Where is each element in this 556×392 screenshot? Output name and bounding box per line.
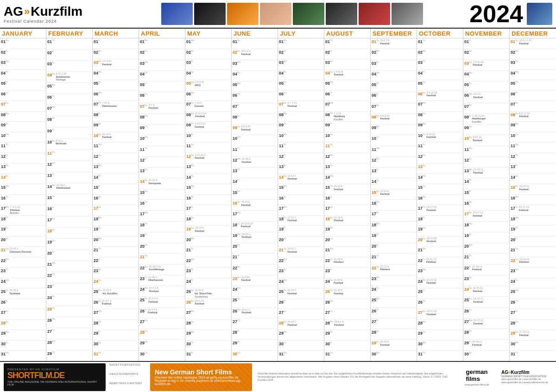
day-row: 09Sa bbox=[463, 124, 509, 135]
day-number: 05Mo bbox=[325, 81, 333, 86]
day-row: 23Fr bbox=[46, 283, 92, 294]
event-info: 5-8.12.24Festival bbox=[518, 112, 555, 118]
day-number: 17Th bbox=[418, 205, 425, 211]
day-number: 08Mo bbox=[1, 112, 9, 118]
day-number: 04Fr bbox=[418, 70, 425, 76]
day-number: 04Th bbox=[140, 71, 147, 77]
day-row: 03Th bbox=[417, 59, 463, 70]
event-info: 22-25.8.Festival bbox=[333, 289, 369, 295]
day-row: 22We bbox=[185, 257, 231, 268]
day-number: 26Su bbox=[186, 299, 194, 305]
day-row: 28Fr bbox=[232, 329, 278, 340]
day-number: 14We bbox=[325, 174, 333, 180]
day-row: 09Mo bbox=[371, 124, 417, 135]
day-number: 29Fr bbox=[464, 340, 471, 346]
day-row: 18Su bbox=[46, 228, 92, 239]
day-number: 16Tu bbox=[140, 200, 147, 206]
day-number: 07Th bbox=[94, 101, 101, 107]
day-row: 26Fr bbox=[278, 299, 324, 310]
day-number: 07Su bbox=[279, 101, 286, 107]
day-row: 14Sa bbox=[371, 178, 417, 189]
day-number: 31We bbox=[279, 351, 287, 357]
day-row: 08Mo bbox=[278, 112, 324, 122]
day-row: 06Tu bbox=[324, 91, 370, 101]
day-row: 15Fr bbox=[93, 184, 139, 195]
event-info: 20-22.9.Filmfest bbox=[379, 265, 416, 271]
day-row: 23Th bbox=[185, 268, 231, 278]
day-number: 04Th bbox=[279, 70, 286, 76]
day-row: 25We bbox=[371, 297, 417, 307]
day-number: 01Fr bbox=[464, 39, 471, 44]
event-info: 14-20.4.Festspiele bbox=[147, 179, 184, 185]
day-row: 03Su1-5.3.24Festival bbox=[93, 59, 139, 70]
day-row: 29Su27-29.12.Festival bbox=[510, 330, 556, 341]
day-number: 06Sa bbox=[1, 91, 8, 97]
day-row: 18Sa bbox=[185, 216, 231, 226]
day-row: 10Su8-10.11.Festival bbox=[463, 135, 509, 146]
day-row: 07Sa bbox=[510, 101, 556, 112]
event-info: 7-10.3.Oberhausen bbox=[101, 101, 138, 107]
event-info: 13-15.9.Festival bbox=[379, 190, 416, 196]
day-row: 22Mo bbox=[278, 257, 324, 268]
day-row: 06Sa bbox=[139, 92, 185, 103]
day-number: 12We bbox=[233, 157, 240, 163]
event-info: 8-14.5.24Festival bbox=[194, 112, 230, 118]
day-row: 22Mo bbox=[0, 257, 46, 268]
day-number: 09Fr bbox=[325, 122, 332, 128]
day-row: 29Mo bbox=[278, 330, 324, 341]
day-row: 28Mo bbox=[417, 320, 463, 330]
day-row: 20We bbox=[93, 236, 139, 247]
day-row: 23Sa bbox=[463, 275, 509, 286]
day-row: 28Th bbox=[463, 329, 509, 340]
day-number: 08Fr bbox=[464, 114, 471, 120]
day-row: 07Sa bbox=[371, 103, 417, 114]
day-number: 16Mo bbox=[511, 195, 518, 201]
day-row: 07Su5-7.4.Festival bbox=[139, 103, 185, 114]
day-row: 12Mo bbox=[46, 161, 92, 172]
day-row: 14Th bbox=[463, 178, 509, 189]
footer-disclaimer: Short film festival information should b… bbox=[256, 372, 452, 382]
day-row: 04Th bbox=[278, 70, 324, 81]
day-number: 07Tu bbox=[186, 101, 194, 107]
day-row: 06Mo bbox=[185, 91, 231, 101]
day-row: 05Fr bbox=[0, 80, 46, 91]
day-number: 03Tu bbox=[511, 60, 518, 65]
day-number: 29Mo bbox=[279, 330, 287, 336]
day-row: 30Tu bbox=[0, 341, 46, 351]
month-header-march: March bbox=[93, 29, 139, 38]
day-row: 30Sa bbox=[463, 351, 509, 361]
day-row: 17Su14-17.11.Festival bbox=[463, 211, 509, 221]
day-row: 04Fr bbox=[417, 70, 463, 81]
month-col-november: November01Fr02Sa03Su1-3.11.24Festival04M… bbox=[463, 29, 510, 361]
day-number: 19Tu bbox=[94, 226, 101, 232]
day-row: 12Fr bbox=[278, 153, 324, 164]
day-row: 04Sa bbox=[185, 70, 231, 81]
day-number: 19Fr bbox=[1, 226, 8, 232]
day-row: 20Fr bbox=[371, 243, 417, 254]
day-row: 06We bbox=[93, 91, 139, 101]
day-row: 18Th bbox=[139, 222, 185, 232]
day-row: 27We bbox=[93, 309, 139, 320]
day-number: 11Th bbox=[1, 143, 8, 149]
day-row: 05Th bbox=[510, 80, 556, 91]
day-number: 23Tu bbox=[1, 268, 8, 274]
day-number: 08Mo bbox=[279, 112, 287, 118]
day-row: 11We bbox=[510, 143, 556, 153]
day-number: 20Mo bbox=[186, 237, 194, 243]
day-number: 23Sa bbox=[94, 268, 101, 274]
event-info: 21-24.11.Festival bbox=[471, 265, 508, 271]
day-number: 11Th bbox=[279, 143, 286, 149]
calendar-grid: January01Mo02Tu03We04Th05Fr06Sa07Su08Mo0… bbox=[0, 28, 556, 361]
day-number: 31We bbox=[1, 351, 9, 357]
day-number: 20Tu bbox=[47, 250, 55, 256]
day-row: 30Su bbox=[232, 351, 278, 361]
day-row: 25Mo25-31.3.Int. Kurzfilm bbox=[93, 288, 139, 299]
day-row: 26Tu bbox=[463, 308, 509, 318]
day-number: 24Tu bbox=[372, 286, 379, 292]
day-number: 02Fr bbox=[325, 50, 332, 55]
event-info: 16-18.8.Festival bbox=[333, 216, 369, 222]
day-row: 04Th bbox=[0, 70, 46, 81]
day-row: 16We bbox=[417, 195, 463, 205]
day-number: 03Su bbox=[94, 60, 101, 65]
shortfilm-sub: THE ONLINE MAGAZINE ON GERMAN AND INTERN… bbox=[7, 380, 102, 386]
